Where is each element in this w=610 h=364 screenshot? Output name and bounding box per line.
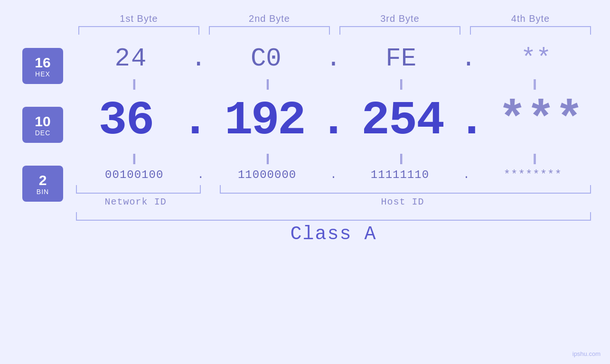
host-id-label: Host ID bbox=[209, 196, 596, 207]
bin-row: 00100100 . 11000000 . 11111110 . *******… bbox=[71, 168, 596, 181]
page-container: 1st Byte 2nd Byte 3rd Byte 4th Byte 16 H… bbox=[0, 0, 610, 364]
eq2-1: || bbox=[71, 151, 195, 165]
bin-dot-2: . bbox=[330, 168, 337, 181]
dec-oct2: 192 bbox=[209, 94, 319, 148]
hex-dot-3: . bbox=[461, 44, 476, 73]
bin-oct2: 11000000 bbox=[204, 168, 330, 181]
bottom-brackets bbox=[71, 185, 596, 194]
eq1-3: || bbox=[338, 77, 462, 90]
top-bracket-2 bbox=[209, 26, 330, 35]
eq1-4: || bbox=[472, 77, 596, 90]
bin-badge-label: BIN bbox=[37, 188, 49, 196]
net-bracket bbox=[76, 185, 201, 194]
hex-badge: 16 HEX bbox=[22, 48, 63, 84]
bin-oct1: 00100100 bbox=[71, 168, 197, 181]
top-bracket-1 bbox=[78, 26, 199, 35]
host-bracket bbox=[220, 185, 591, 194]
hex-oct4: ** bbox=[476, 44, 596, 73]
dec-dot-3: . bbox=[458, 94, 486, 148]
dec-badge-number: 10 bbox=[35, 113, 50, 129]
eq2-3: || bbox=[338, 151, 462, 165]
id-labels-row: Network ID Host ID bbox=[71, 196, 596, 207]
hex-oct1: 24 bbox=[71, 44, 191, 73]
watermark: ipshu.com bbox=[572, 350, 601, 357]
ip-values-section: 24 . C0 . FE . ** || || || || 36 bbox=[71, 39, 596, 245]
class-bracket bbox=[76, 212, 591, 221]
bin-oct3: 11111110 bbox=[337, 168, 463, 181]
dec-row: 36 . 192 . 254 . *** bbox=[71, 94, 596, 148]
hex-row: 24 . C0 . FE . ** bbox=[71, 44, 596, 73]
equals-row-2: || || || || bbox=[71, 148, 596, 168]
dec-dot-1: . bbox=[181, 94, 209, 148]
byte-header-3: 3rd Byte bbox=[335, 13, 465, 24]
bin-dot-3: . bbox=[463, 168, 469, 181]
bin-dot-1: . bbox=[197, 168, 204, 181]
byte-headers-row: 1st Byte 2nd Byte 3rd Byte 4th Byte bbox=[0, 0, 610, 24]
hex-oct2: C0 bbox=[206, 44, 326, 73]
dec-badge-label: DEC bbox=[35, 129, 51, 137]
byte-header-1: 1st Byte bbox=[74, 13, 204, 24]
top-brackets bbox=[74, 26, 596, 35]
eq2-4: || bbox=[472, 151, 596, 165]
hex-dot-1: . bbox=[191, 44, 206, 73]
top-bracket-4 bbox=[470, 26, 591, 35]
dec-oct4: *** bbox=[486, 94, 596, 148]
main-content: 16 HEX 10 DEC 2 BIN bbox=[0, 39, 610, 245]
network-id-label: Network ID bbox=[71, 196, 200, 207]
equals-row-1: || || || || bbox=[71, 73, 596, 94]
byte-header-2: 2nd Byte bbox=[204, 13, 335, 24]
class-label: Class A bbox=[71, 224, 596, 245]
hex-oct3: FE bbox=[341, 44, 461, 73]
dec-oct3: 254 bbox=[348, 94, 458, 148]
dec-oct1: 36 bbox=[71, 94, 181, 148]
bin-oct4: ******** bbox=[470, 168, 596, 181]
badges-column: 16 HEX 10 DEC 2 BIN bbox=[14, 39, 71, 245]
dec-badge: 10 DEC bbox=[22, 107, 63, 143]
eq2-2: || bbox=[205, 151, 328, 165]
dec-dot-2: . bbox=[319, 94, 347, 148]
hex-badge-number: 16 bbox=[35, 55, 50, 70]
hex-dot-2: . bbox=[326, 44, 341, 73]
bin-badge-number: 2 bbox=[39, 172, 47, 188]
eq1-1: || bbox=[71, 77, 195, 90]
eq1-2: || bbox=[205, 77, 328, 90]
hex-badge-label: HEX bbox=[35, 70, 50, 78]
byte-header-4: 4th Byte bbox=[465, 13, 596, 24]
bin-badge: 2 BIN bbox=[22, 166, 63, 202]
top-bracket-3 bbox=[339, 26, 460, 35]
